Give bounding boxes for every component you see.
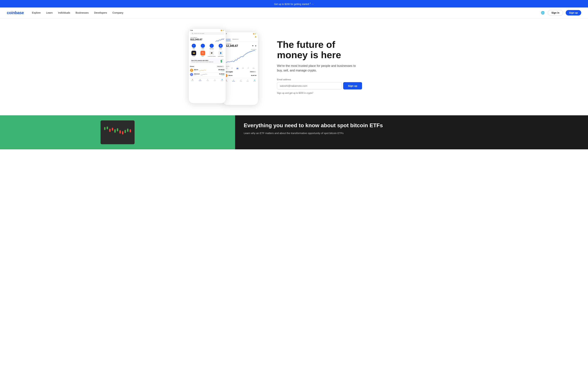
btc-price: $23,005.64 bbox=[218, 69, 224, 70]
svg-rect-19 bbox=[127, 129, 129, 132]
p1-nav-web3[interactable]: 🌐Web3 bbox=[221, 79, 223, 81]
p2-section-header: Your crypto Balance ∨ bbox=[224, 71, 256, 73]
p2-tabs: Overview Balances bbox=[223, 38, 258, 42]
filter-1d[interactable]: 1D bbox=[231, 68, 233, 69]
bottom-right: Everything you need to know about spot b… bbox=[235, 115, 588, 149]
p2-tab-balances[interactable]: Balances bbox=[233, 38, 239, 41]
btc-name: Bitcoin bbox=[194, 69, 198, 70]
email-label: Email address bbox=[277, 78, 362, 81]
p1-search-placeholder: Search for an asset bbox=[194, 33, 204, 34]
svg-rect-13 bbox=[119, 131, 121, 133]
promo-content: Earn 5.0% rewards with USDC Put your ass… bbox=[191, 60, 213, 62]
invite-icon: 👤 bbox=[218, 51, 223, 56]
email-input[interactable] bbox=[277, 82, 342, 90]
hero-title: The future of money is here bbox=[277, 39, 362, 60]
p2-nav-assets[interactable]: 📊Assets bbox=[232, 80, 235, 82]
nav-developers[interactable]: Developers bbox=[94, 11, 107, 14]
p2-balance: Your balance $12,345.67 👁 ⬆ bbox=[223, 42, 258, 49]
nav-individuals[interactable]: Individuals bbox=[58, 11, 70, 14]
filter-all[interactable]: ALL bbox=[253, 68, 255, 69]
p2-nav-web3[interactable]: 🌐Web3 bbox=[253, 80, 256, 82]
secondary-invite[interactable]: 👤 Invite friends bbox=[217, 51, 225, 57]
bottom-title: Everything you need to know about spot b… bbox=[244, 122, 580, 129]
signin-button[interactable]: Sign in bbox=[548, 10, 563, 16]
svg-rect-3 bbox=[107, 127, 108, 129]
btc-change: ↑1.38% bbox=[218, 70, 224, 71]
filter-1h[interactable]: 1H bbox=[226, 68, 228, 69]
top-banner[interactable]: Get up to $200 for getting started 1 → bbox=[0, 0, 588, 7]
earn-label: Earn bbox=[202, 56, 204, 57]
banner-arrow: → bbox=[312, 3, 314, 5]
buy-icon: + bbox=[192, 44, 196, 48]
action-receive[interactable]: ↓ Receive bbox=[208, 44, 216, 49]
filter-1y[interactable]: 1Y bbox=[247, 68, 249, 69]
scan-icon: ⊞ bbox=[219, 44, 223, 48]
eth-price-info: $1,645.90 ↑1.85% bbox=[219, 73, 224, 76]
p2-line-chart bbox=[224, 50, 255, 65]
nav-right: 🌐 Sign in Sign up bbox=[540, 10, 581, 16]
p2-bell-icon[interactable]: 🔔 bbox=[255, 36, 256, 38]
globe-icon[interactable]: 🌐 bbox=[540, 10, 545, 15]
p2-header: ☰ 🔔 bbox=[223, 35, 258, 38]
promo-close[interactable]: ✕ bbox=[222, 59, 223, 60]
p1-status-icons: 📶 🔋 bbox=[221, 30, 224, 31]
send-label: Send bbox=[201, 48, 204, 49]
eth-ticker: ETH bbox=[194, 75, 200, 76]
hero-section: 3:18 📶 🔋 🔍 Search for an asset Your bala… bbox=[175, 18, 413, 115]
p1-nav-home[interactable]: 🏠Home bbox=[191, 79, 194, 81]
p2-upload-icon[interactable]: ⬆ bbox=[255, 45, 256, 47]
email-row: Sign up bbox=[277, 82, 362, 90]
p2-balance-badge[interactable]: Balance ∨ bbox=[249, 71, 256, 73]
secondary-learning[interactable]: 🎓 Learning rewards bbox=[208, 51, 216, 57]
action-scan[interactable]: ⊞ Scan bbox=[217, 44, 225, 49]
card-label: Card bbox=[193, 56, 195, 57]
logo[interactable]: coinbase bbox=[7, 10, 24, 15]
action-send[interactable]: ↑ Send bbox=[199, 44, 207, 49]
scan-label: Scan bbox=[219, 48, 222, 49]
p1-balance-section: Your balance $12,345.67 bbox=[189, 36, 226, 43]
banner-text: Get up to $200 for getting started bbox=[274, 3, 309, 5]
signup-nav-button[interactable]: Sign up bbox=[566, 10, 581, 16]
p2-time-filters: 1H 1D 1W 1M 1Y ALL bbox=[223, 67, 258, 70]
nav-learn[interactable]: Learn bbox=[46, 11, 53, 14]
phone-1: 3:18 📶 🔋 🔍 Search for an asset Your bala… bbox=[189, 29, 226, 103]
nav-businesses[interactable]: Businesses bbox=[76, 11, 89, 14]
nav-links: Explore Learn Individuals Businesses Dev… bbox=[32, 11, 540, 14]
learning-label: Learning rewards bbox=[208, 56, 216, 57]
p2-balance-label: Your balance bbox=[224, 43, 256, 44]
secondary-earn[interactable]: % Earn bbox=[199, 51, 207, 57]
eth-name: Ethereum bbox=[194, 73, 200, 75]
filter-1w[interactable]: 1W bbox=[236, 68, 238, 69]
p2-chart-price: $12,345.67 bbox=[224, 49, 256, 50]
invite-label: Invite friends bbox=[218, 56, 224, 57]
card-icon: 💳 bbox=[191, 51, 196, 56]
nav-explore[interactable]: Explore bbox=[32, 11, 41, 14]
p1-nav-trade[interactable]: 📈Trade bbox=[207, 79, 209, 81]
p1-search[interactable]: 🔍 Search for an asset bbox=[190, 32, 224, 35]
watchlist-badge[interactable]: Watchlist ∨ bbox=[216, 65, 224, 68]
btc-info: Bitcoin BTC bbox=[194, 69, 198, 71]
chart-visual bbox=[101, 120, 134, 144]
p1-promo: Earn 5.0% rewards with USDC Put your ass… bbox=[190, 58, 224, 64]
svg-rect-5 bbox=[109, 129, 111, 132]
btc-icon: ₿ bbox=[190, 69, 193, 72]
secondary-card[interactable]: 💳 Card bbox=[190, 51, 198, 57]
p1-nav-assets[interactable]: 📊Assets bbox=[199, 79, 202, 81]
p2-nav-earn[interactable]: %Earn bbox=[247, 80, 249, 82]
receive-label: Receive bbox=[210, 48, 214, 49]
p2-nav-trade[interactable]: 📈Trade bbox=[240, 80, 242, 82]
phone-mockups: 3:18 📶 🔋 🔍 Search for an asset Your bala… bbox=[189, 29, 270, 105]
signup-hero-button[interactable]: Sign up bbox=[343, 82, 362, 90]
eth-mini-chart bbox=[201, 73, 208, 76]
eth-info: Ethereum ETH bbox=[194, 73, 200, 76]
p1-secondary: 💳 Card % Earn 🎓 Learning rewards 👤 Invit… bbox=[189, 50, 226, 57]
p1-nav-earn[interactable]: %Earn bbox=[214, 79, 216, 81]
p1-prices: Prices Watchlist ∨ ₿ Bitcoin BTC $23,005… bbox=[189, 65, 226, 77]
p2-eye-icon[interactable]: 👁 bbox=[252, 45, 254, 47]
p1-status-bar: 3:18 📶 🔋 bbox=[189, 29, 226, 32]
btc-ticker: BTC bbox=[194, 70, 198, 71]
p1-balance-amount: $12,345.67 bbox=[190, 38, 202, 41]
action-buy[interactable]: + Buy bbox=[190, 44, 198, 49]
filter-1m[interactable]: 1M bbox=[242, 68, 244, 69]
nav-company[interactable]: Company bbox=[113, 11, 123, 14]
